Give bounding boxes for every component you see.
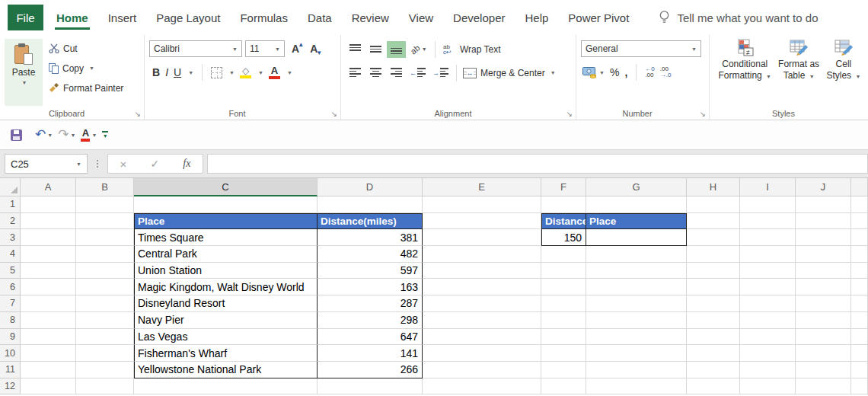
enter-icon[interactable]: ✓ [150, 158, 159, 170]
cell-B8[interactable] [76, 312, 134, 329]
cell-F1[interactable] [541, 196, 586, 213]
cell-G7[interactable] [586, 295, 687, 312]
row-header-10[interactable]: 10 [0, 345, 21, 362]
decrease-indent-button[interactable]: ← [407, 65, 429, 81]
font-color-button[interactable]: A [269, 66, 280, 79]
middle-align-button[interactable] [366, 41, 385, 58]
cell-H6[interactable] [687, 279, 740, 295]
tab-developer[interactable]: Developer [443, 5, 515, 30]
cell-F2[interactable]: Distance [541, 213, 586, 230]
cell-F10[interactable] [541, 345, 586, 362]
row-header-2[interactable]: 2 [0, 213, 21, 230]
row-header-3[interactable]: 3 [0, 229, 21, 246]
col-header-D[interactable]: D [318, 178, 423, 196]
tab-help[interactable]: Help [515, 5, 558, 30]
insert-function-icon[interactable]: fx [183, 158, 190, 170]
tab-insert[interactable]: Insert [98, 5, 147, 30]
cell-G9[interactable] [586, 329, 687, 346]
align-right-button[interactable] [387, 65, 406, 81]
cell-J2[interactable] [796, 213, 851, 230]
cell-H2[interactable] [687, 213, 740, 230]
cell-A11[interactable] [21, 362, 76, 378]
cell-H1[interactable] [687, 196, 740, 213]
cell-I4[interactable] [740, 246, 796, 263]
undo-button[interactable]: ↶▼ [35, 129, 53, 141]
cell-partial-4[interactable] [851, 246, 868, 263]
chevron-down-icon[interactable]: ▼ [70, 133, 75, 138]
cell-E6[interactable] [423, 279, 541, 295]
tab-review[interactable]: Review [342, 5, 399, 30]
cell-G10[interactable] [586, 345, 687, 362]
comma-style-button[interactable]: , [624, 66, 627, 78]
cell-F11[interactable] [541, 362, 586, 378]
cell-D12[interactable] [318, 378, 423, 395]
cell-C8[interactable]: Navy Pier [134, 312, 318, 329]
cell-D6[interactable]: 163 [318, 279, 423, 295]
chevron-down-icon[interactable]: ▼ [229, 70, 235, 75]
cell-F12[interactable] [541, 378, 586, 395]
tab-page-layout[interactable]: Page Layout [146, 5, 230, 30]
font-size-select[interactable]: 11 ▼ [245, 40, 285, 57]
decrease-font-size-button[interactable]: A▼ [306, 43, 321, 55]
tab-view[interactable]: View [399, 5, 443, 30]
cell-partial-9[interactable] [851, 329, 868, 346]
col-header-A[interactable]: A [21, 178, 76, 196]
cell-G11[interactable] [586, 362, 687, 378]
cell-partial-10[interactable] [851, 345, 868, 362]
cell-A6[interactable] [21, 279, 76, 295]
col-header-B[interactable]: B [76, 178, 134, 196]
cell-D8[interactable]: 298 [318, 312, 423, 329]
cancel-icon[interactable]: × [120, 158, 127, 171]
col-header-partial[interactable] [851, 178, 868, 196]
accounting-format-button[interactable]: ▼ [582, 67, 605, 78]
cell-G2[interactable]: Place [586, 213, 687, 230]
cell-I12[interactable] [740, 378, 796, 395]
formula-bar-resizer[interactable] [88, 158, 107, 168]
cell-styles-button[interactable]: Cell Styles ▼ [824, 39, 863, 82]
cell-B7[interactable] [76, 295, 134, 312]
decrease-decimal-button[interactable]: .00→.0 [660, 66, 672, 78]
cell-A4[interactable] [21, 246, 76, 263]
cell-partial-8[interactable] [851, 312, 868, 329]
cell-E1[interactable] [423, 196, 541, 213]
cell-A7[interactable] [21, 295, 76, 312]
cell-E2[interactable] [423, 213, 541, 230]
cell-E9[interactable] [423, 329, 541, 346]
cell-H7[interactable] [687, 295, 740, 312]
cell-E12[interactable] [423, 378, 541, 395]
cell-B9[interactable] [76, 329, 134, 346]
number-dialog-launcher[interactable]: ↘ [700, 110, 706, 118]
cell-B10[interactable] [76, 345, 134, 362]
cell-A10[interactable] [21, 345, 76, 362]
cell-D4[interactable]: 482 [318, 246, 423, 263]
conditional-formatting-button[interactable]: ≠ Conditional Formatting ▼ [716, 39, 774, 82]
cell-E11[interactable] [423, 362, 541, 378]
cell-B11[interactable] [76, 362, 134, 378]
cell-C2[interactable]: Place [134, 213, 318, 230]
row-header-8[interactable]: 8 [0, 312, 21, 329]
cell-C11[interactable]: Yellowstone National Park [134, 362, 318, 378]
cell-partial-7[interactable] [851, 295, 868, 312]
paste-button[interactable]: Paste ▼ [5, 39, 43, 106]
row-header-7[interactable]: 7 [0, 295, 21, 312]
cell-J4[interactable] [796, 246, 851, 263]
cell-partial-5[interactable] [851, 263, 868, 279]
bottom-align-button[interactable] [387, 41, 406, 58]
cell-H9[interactable] [687, 329, 740, 346]
cell-I8[interactable] [740, 312, 796, 329]
cell-A2[interactable] [21, 213, 76, 230]
tab-power-pivot[interactable]: Power Pivot [558, 5, 639, 30]
cell-A12[interactable] [21, 378, 76, 395]
cell-G12[interactable] [586, 378, 687, 395]
cell-J7[interactable] [796, 295, 851, 312]
cell-J5[interactable] [796, 263, 851, 279]
cell-F3[interactable]: 150 [541, 229, 586, 246]
cell-I7[interactable] [740, 295, 796, 312]
cell-F4[interactable] [541, 246, 586, 263]
col-header-J[interactable]: J [796, 178, 851, 196]
increase-indent-button[interactable]: → [430, 65, 452, 81]
cell-H10[interactable] [687, 345, 740, 362]
cell-G6[interactable] [586, 279, 687, 295]
row-header-11[interactable]: 11 [0, 362, 21, 378]
cell-C5[interactable]: Union Station [134, 263, 318, 279]
